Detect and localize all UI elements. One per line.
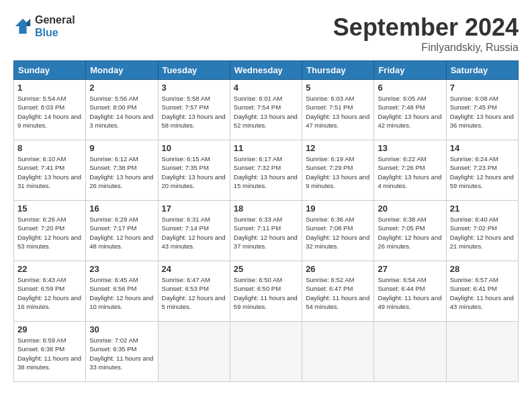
logo-general: General bbox=[35, 13, 75, 26]
day-number: 26 bbox=[306, 264, 370, 274]
calendar-cell: 10Sunrise: 6:15 AMSunset: 7:35 PMDayligh… bbox=[158, 140, 230, 201]
calendar-week-5: 29Sunrise: 6:59 AMSunset: 6:38 PMDayligh… bbox=[14, 322, 519, 382]
day-number: 13 bbox=[378, 143, 442, 153]
title-block: September 2024 Finlyandskiy, Russia bbox=[333, 13, 519, 54]
calendar-cell: 7Sunrise: 6:08 AMSunset: 7:45 PMDaylight… bbox=[446, 80, 518, 140]
day-number: 11 bbox=[234, 143, 298, 153]
day-info: Sunrise: 6:05 AMSunset: 7:48 PMDaylight:… bbox=[378, 94, 442, 130]
day-info: Sunrise: 6:38 AMSunset: 7:05 PMDaylight:… bbox=[378, 215, 442, 250]
calendar-cell: 13Sunrise: 6:22 AMSunset: 7:26 PMDayligh… bbox=[374, 140, 446, 201]
day-info: Sunrise: 6:47 AMSunset: 6:53 PMDaylight:… bbox=[162, 275, 226, 311]
day-info: Sunrise: 6:33 AMSunset: 7:11 PMDaylight:… bbox=[234, 215, 298, 250]
day-number: 5 bbox=[306, 83, 370, 93]
calendar-cell: 27Sunrise: 6:54 AMSunset: 6:44 PMDayligh… bbox=[374, 261, 446, 322]
day-number: 25 bbox=[234, 264, 298, 274]
day-number: 21 bbox=[450, 203, 515, 214]
day-number: 1 bbox=[17, 83, 82, 93]
day-number: 9 bbox=[89, 143, 154, 153]
calendar-cell: 19Sunrise: 6:36 AMSunset: 7:08 PMDayligh… bbox=[302, 201, 374, 261]
logo: General Blue bbox=[13, 13, 75, 39]
calendar-header-row: SundayMondayTuesdayWednesdayThursdayFrid… bbox=[14, 61, 519, 80]
logo-blue: Blue bbox=[35, 26, 75, 39]
calendar-cell: 8Sunrise: 6:10 AMSunset: 7:41 PMDaylight… bbox=[14, 140, 86, 201]
calendar-cell: 20Sunrise: 6:38 AMSunset: 7:05 PMDayligh… bbox=[374, 201, 446, 261]
day-info: Sunrise: 6:54 AMSunset: 6:44 PMDaylight:… bbox=[378, 275, 442, 311]
calendar-cell: 26Sunrise: 6:52 AMSunset: 6:47 PMDayligh… bbox=[302, 261, 374, 322]
svg-marker-1 bbox=[27, 19, 31, 26]
day-number: 7 bbox=[450, 83, 515, 93]
day-number: 18 bbox=[234, 203, 298, 214]
day-number: 30 bbox=[89, 324, 154, 334]
day-header-friday: Friday bbox=[374, 61, 446, 80]
day-info: Sunrise: 5:58 AMSunset: 7:57 PMDaylight:… bbox=[162, 94, 226, 130]
calendar-table: SundayMondayTuesdayWednesdayThursdayFrid… bbox=[13, 60, 519, 382]
day-info: Sunrise: 6:50 AMSunset: 6:50 PMDaylight:… bbox=[234, 275, 298, 311]
day-info: Sunrise: 6:10 AMSunset: 7:41 PMDaylight:… bbox=[17, 154, 82, 190]
day-info: Sunrise: 6:12 AMSunset: 7:38 PMDaylight:… bbox=[89, 154, 154, 190]
calendar-week-2: 8Sunrise: 6:10 AMSunset: 7:41 PMDaylight… bbox=[14, 140, 519, 201]
calendar-cell: 3Sunrise: 5:58 AMSunset: 7:57 PMDaylight… bbox=[158, 80, 230, 140]
day-info: Sunrise: 6:52 AMSunset: 6:47 PMDaylight:… bbox=[306, 275, 370, 311]
day-info: Sunrise: 6:59 AMSunset: 6:38 PMDaylight:… bbox=[17, 336, 82, 371]
day-number: 3 bbox=[162, 83, 226, 93]
calendar-cell bbox=[302, 322, 374, 382]
calendar-cell: 17Sunrise: 6:31 AMSunset: 7:14 PMDayligh… bbox=[158, 201, 230, 261]
calendar-cell: 21Sunrise: 6:40 AMSunset: 7:02 PMDayligh… bbox=[446, 201, 518, 261]
calendar-cell bbox=[230, 322, 302, 382]
day-info: Sunrise: 6:40 AMSunset: 7:02 PMDaylight:… bbox=[450, 215, 515, 250]
calendar-cell: 16Sunrise: 6:29 AMSunset: 7:17 PMDayligh… bbox=[86, 201, 158, 261]
day-info: Sunrise: 6:01 AMSunset: 7:54 PMDaylight:… bbox=[234, 94, 298, 130]
day-info: Sunrise: 6:24 AMSunset: 7:23 PMDaylight:… bbox=[450, 154, 515, 190]
day-number: 2 bbox=[89, 83, 154, 93]
calendar-cell: 25Sunrise: 6:50 AMSunset: 6:50 PMDayligh… bbox=[230, 261, 302, 322]
day-number: 6 bbox=[378, 83, 442, 93]
day-number: 24 bbox=[162, 264, 226, 274]
day-info: Sunrise: 6:57 AMSunset: 6:41 PMDaylight:… bbox=[450, 275, 515, 311]
day-info: Sunrise: 6:36 AMSunset: 7:08 PMDaylight:… bbox=[306, 215, 370, 250]
day-info: Sunrise: 6:19 AMSunset: 7:29 PMDaylight:… bbox=[306, 154, 370, 190]
calendar-cell: 14Sunrise: 6:24 AMSunset: 7:23 PMDayligh… bbox=[446, 140, 518, 201]
calendar-cell: 4Sunrise: 6:01 AMSunset: 7:54 PMDaylight… bbox=[230, 80, 302, 140]
location-title: Finlyandskiy, Russia bbox=[333, 42, 519, 54]
day-info: Sunrise: 7:02 AMSunset: 6:35 PMDaylight:… bbox=[89, 336, 154, 371]
calendar-cell: 2Sunrise: 5:56 AMSunset: 8:00 PMDaylight… bbox=[86, 80, 158, 140]
calendar-cell: 18Sunrise: 6:33 AMSunset: 7:11 PMDayligh… bbox=[230, 201, 302, 261]
day-number: 17 bbox=[162, 203, 226, 214]
calendar-week-4: 22Sunrise: 6:43 AMSunset: 6:59 PMDayligh… bbox=[14, 261, 519, 322]
day-number: 29 bbox=[17, 324, 82, 334]
day-number: 23 bbox=[89, 264, 154, 274]
day-info: Sunrise: 6:15 AMSunset: 7:35 PMDaylight:… bbox=[162, 154, 226, 190]
calendar-cell: 1Sunrise: 5:54 AMSunset: 8:03 PMDaylight… bbox=[14, 80, 86, 140]
calendar-cell: 24Sunrise: 6:47 AMSunset: 6:53 PMDayligh… bbox=[158, 261, 230, 322]
day-number: 28 bbox=[450, 264, 515, 274]
day-number: 27 bbox=[378, 264, 442, 274]
day-header-sunday: Sunday bbox=[14, 61, 86, 80]
day-info: Sunrise: 6:29 AMSunset: 7:17 PMDaylight:… bbox=[89, 215, 154, 250]
day-number: 22 bbox=[17, 264, 82, 274]
day-number: 16 bbox=[89, 203, 154, 214]
day-header-wednesday: Wednesday bbox=[230, 61, 302, 80]
day-info: Sunrise: 6:08 AMSunset: 7:45 PMDaylight:… bbox=[450, 94, 515, 130]
calendar-week-1: 1Sunrise: 5:54 AMSunset: 8:03 PMDaylight… bbox=[14, 80, 519, 140]
day-info: Sunrise: 5:56 AMSunset: 8:00 PMDaylight:… bbox=[89, 94, 154, 130]
page-header: General Blue September 2024 Finlyandskiy… bbox=[13, 13, 519, 54]
day-info: Sunrise: 6:45 AMSunset: 6:56 PMDaylight:… bbox=[89, 275, 154, 311]
calendar-cell bbox=[374, 322, 446, 382]
day-info: Sunrise: 6:43 AMSunset: 6:59 PMDaylight:… bbox=[17, 275, 82, 311]
day-number: 15 bbox=[17, 203, 82, 214]
calendar-week-3: 15Sunrise: 6:26 AMSunset: 7:20 PMDayligh… bbox=[14, 201, 519, 261]
calendar-cell: 22Sunrise: 6:43 AMSunset: 6:59 PMDayligh… bbox=[14, 261, 86, 322]
day-header-monday: Monday bbox=[86, 61, 158, 80]
day-number: 20 bbox=[378, 203, 442, 214]
day-number: 12 bbox=[306, 143, 370, 153]
month-title: September 2024 bbox=[333, 13, 519, 42]
day-number: 10 bbox=[162, 143, 226, 153]
calendar-cell: 23Sunrise: 6:45 AMSunset: 6:56 PMDayligh… bbox=[86, 261, 158, 322]
calendar-cell: 6Sunrise: 6:05 AMSunset: 7:48 PMDaylight… bbox=[374, 80, 446, 140]
day-number: 14 bbox=[450, 143, 515, 153]
day-header-thursday: Thursday bbox=[302, 61, 374, 80]
day-info: Sunrise: 6:17 AMSunset: 7:32 PMDaylight:… bbox=[234, 154, 298, 190]
day-number: 8 bbox=[17, 143, 82, 153]
logo-icon bbox=[13, 17, 32, 36]
calendar-cell: 9Sunrise: 6:12 AMSunset: 7:38 PMDaylight… bbox=[86, 140, 158, 201]
